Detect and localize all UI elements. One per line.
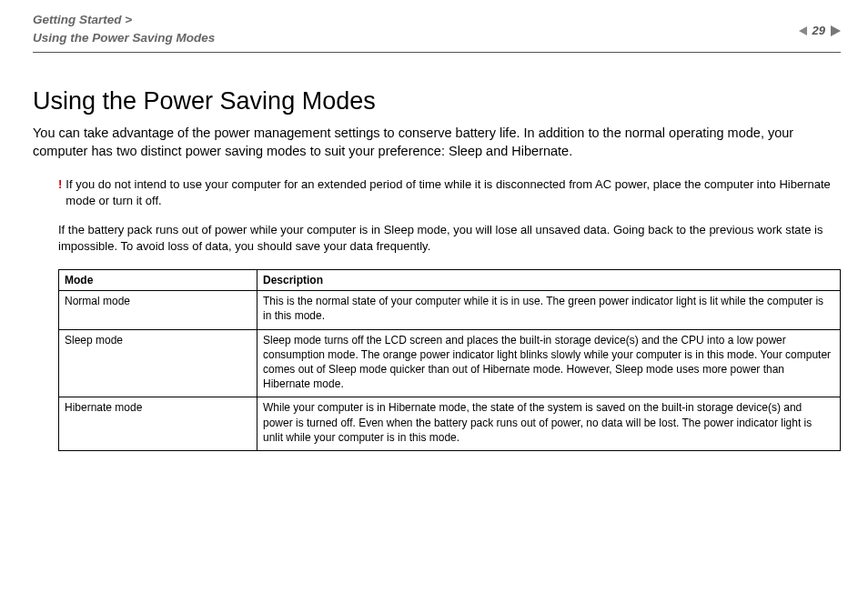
- table-row: Normal mode This is the normal state of …: [59, 291, 841, 329]
- page-nav: 29: [799, 24, 841, 37]
- warning-paragraph-1: If you do not intend to use your compute…: [66, 176, 833, 209]
- page-title: Using the Power Saving Modes: [33, 87, 841, 116]
- desc-cell: This is the normal state of your compute…: [257, 291, 841, 329]
- next-page-icon[interactable]: [831, 25, 841, 36]
- warning-block: ! If you do not intend to use your compu…: [58, 176, 833, 255]
- prev-page-icon[interactable]: [799, 26, 807, 35]
- table-head-mode: Mode: [59, 270, 257, 291]
- intro-paragraph: You can take advantage of the power mana…: [33, 125, 841, 160]
- modes-table: Mode Description Normal mode This is the…: [58, 269, 841, 451]
- desc-cell: While your computer is in Hibernate mode…: [257, 397, 841, 451]
- mode-cell: Sleep mode: [59, 329, 257, 397]
- page-header: Getting Started > Using the Power Saving…: [33, 11, 841, 53]
- mode-cell: Normal mode: [59, 291, 257, 329]
- warning-paragraph-2: If the battery pack runs out of power wh…: [58, 222, 833, 255]
- breadcrumb-line2: Using the Power Saving Modes: [33, 31, 215, 45]
- table-head-description: Description: [257, 270, 841, 291]
- mode-cell: Hibernate mode: [59, 397, 257, 451]
- page-number: 29: [812, 24, 825, 37]
- warning-icon: !: [58, 176, 62, 193]
- breadcrumb: Getting Started > Using the Power Saving…: [33, 11, 215, 46]
- table-row: Sleep mode Sleep mode turns off the LCD …: [59, 329, 841, 397]
- table-row: Hibernate mode While your computer is in…: [59, 397, 841, 451]
- desc-cell: Sleep mode turns off the LCD screen and …: [257, 329, 841, 397]
- breadcrumb-line1: Getting Started >: [33, 13, 132, 26]
